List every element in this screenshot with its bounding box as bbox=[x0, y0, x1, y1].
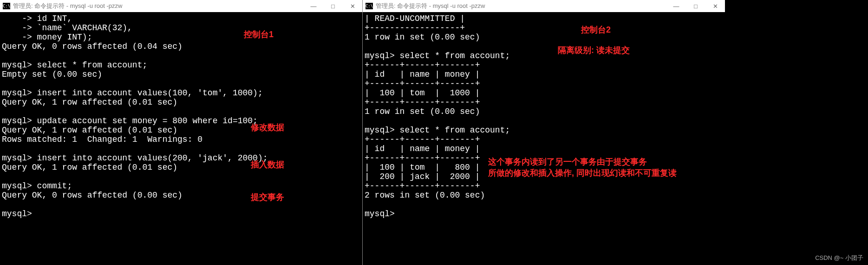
background-filler: CSDN @~ 小团子 bbox=[725, 0, 868, 265]
console-2-window: C:\ 管理员: 命令提示符 - mysql -u root -pzzw — □… bbox=[363, 0, 725, 265]
annotation-modify-data: 修改数据 bbox=[251, 123, 284, 132]
cmd-icon: C:\ bbox=[365, 3, 373, 9]
window-title-right: 管理员: 命令提示符 - mysql -u root -pzzw bbox=[376, 2, 485, 10]
cmd-icon: C:\ bbox=[3, 3, 10, 9]
window-controls-right: — □ ✕ bbox=[666, 0, 725, 12]
close-button[interactable]: ✕ bbox=[343, 0, 362, 12]
titlebar-left[interactable]: C:\ 管理员: 命令提示符 - mysql -u root -pzzw — □… bbox=[0, 0, 362, 12]
annotation-dirty-read-2: 所做的修改和插入操作, 同时出现幻读和不可重复读 bbox=[488, 168, 677, 178]
window-controls-left: — □ ✕ bbox=[304, 0, 362, 12]
titlebar-right[interactable]: C:\ 管理员: 命令提示符 - mysql -u root -pzzw — □… bbox=[363, 0, 725, 12]
annotation-isolation-level: 隔离级别: 读未提交 bbox=[558, 46, 630, 55]
close-button[interactable]: ✕ bbox=[705, 0, 725, 12]
annotation-commit-txn: 提交事务 bbox=[251, 192, 284, 202]
console-1-window: C:\ 管理员: 命令提示符 - mysql -u root -pzzw — □… bbox=[0, 0, 362, 265]
annotation-insert-data: 插入数据 bbox=[251, 160, 284, 169]
minimize-button[interactable]: — bbox=[304, 0, 323, 12]
annotation-dirty-read-1: 这个事务内读到了另一个事务由于提交事务 bbox=[488, 157, 647, 166]
maximize-button[interactable]: □ bbox=[686, 0, 705, 12]
terminal-output-right[interactable]: | READ-UNCOMMITTED | +------------------… bbox=[363, 12, 725, 265]
minimize-button[interactable]: — bbox=[666, 0, 686, 12]
maximize-button[interactable]: □ bbox=[323, 0, 343, 12]
window-title-left: 管理员: 命令提示符 - mysql -u root -pzzw bbox=[13, 2, 122, 10]
watermark: CSDN @~ 小团子 bbox=[815, 254, 863, 262]
annotation-console-1: 控制台1 bbox=[244, 30, 274, 39]
annotation-console-2: 控制台2 bbox=[581, 25, 611, 34]
terminal-output-left[interactable]: -> id INT, -> `name` VARCHAR(32), -> mon… bbox=[0, 12, 362, 265]
